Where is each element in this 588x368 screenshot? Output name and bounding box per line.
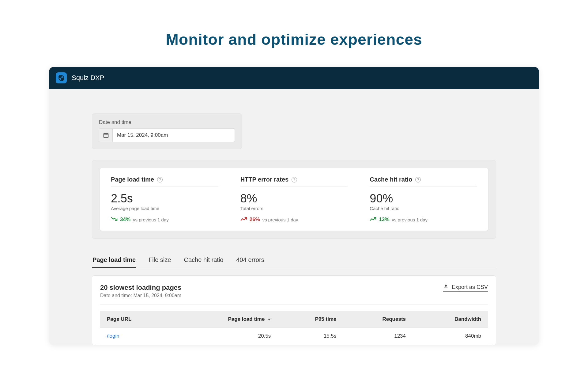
export-csv-button[interactable]: Export as CSV	[443, 284, 488, 292]
upload-icon	[443, 284, 449, 291]
col-requests[interactable]: Requests	[343, 311, 413, 328]
svg-point-1	[61, 78, 64, 80]
app-header: Squiz DXP	[49, 67, 539, 89]
sort-desc-icon	[268, 319, 271, 320]
metric-value: 2.5s	[111, 192, 218, 205]
help-icon[interactable]: ?	[415, 177, 421, 182]
tab-cache-hit-ratio[interactable]: Cache hit ratio	[183, 252, 224, 268]
metric-subtitle: Cache hit ratio	[370, 206, 477, 211]
tab-file-size[interactable]: File size	[148, 252, 172, 268]
metric-title: HTTP error rates	[240, 176, 288, 183]
tab-404-errors[interactable]: 404 errors	[236, 252, 265, 268]
metric-compare: vs previous 1 day	[262, 217, 298, 222]
metric-cache-hit-ratio: Cache hit ratio ? 90% Cache hit ratio 13…	[359, 176, 488, 223]
hero-title: Monitor and optimize experiences	[0, 0, 588, 67]
cell-p95: 15.5s	[277, 328, 343, 345]
metrics-row: Page load time ? 2.5s Average page load …	[100, 168, 488, 231]
col-page-load-time[interactable]: Page load time	[172, 311, 278, 328]
metric-http-error-rates: HTTP error rates ? 8% Total errors 26%	[229, 176, 359, 223]
table-subtitle: Date and time: Mar 15, 2024, 9:00am	[100, 293, 181, 298]
metric-compare: vs previous 1 day	[392, 217, 428, 222]
help-icon[interactable]: ?	[292, 177, 297, 182]
metric-page-load-time: Page load time ? 2.5s Average page load …	[100, 176, 229, 223]
table-title: 20 slowest loading pages	[100, 284, 181, 292]
help-icon[interactable]: ?	[157, 177, 163, 182]
app-window: Squiz DXP Date and time Mar 15, 2024, 9:…	[49, 67, 539, 345]
metric-value: 8%	[240, 192, 348, 205]
metric-delta: 26%	[250, 217, 260, 223]
datetime-label: Date and time	[99, 119, 235, 125]
svg-rect-6	[444, 288, 448, 288]
cell-load-time: 20.5s	[172, 328, 278, 345]
app-logo-icon	[56, 72, 67, 83]
table-row: /login 20.5s 15.5s 1234 840mb	[100, 328, 488, 345]
col-p95-time[interactable]: P95 time	[277, 311, 343, 328]
tabs: Page load time File size Cache hit ratio…	[92, 252, 496, 268]
export-csv-label: Export as CSV	[452, 284, 488, 290]
metric-title: Page load time	[111, 176, 154, 183]
page-url-link[interactable]: /login	[107, 333, 119, 339]
col-page-url[interactable]: Page URL	[100, 311, 172, 328]
metric-value: 90%	[370, 192, 477, 205]
trend-up-icon	[240, 217, 247, 222]
datetime-card: Date and time Mar 15, 2024, 9:00am	[92, 113, 242, 149]
trend-down-icon	[111, 217, 118, 222]
calendar-icon	[99, 129, 113, 142]
metric-delta: 13%	[379, 217, 389, 223]
datetime-input[interactable]: Mar 15, 2024, 9:00am	[99, 128, 235, 142]
app-body: Date and time Mar 15, 2024, 9:00am	[49, 89, 539, 345]
metric-delta: 34%	[120, 217, 130, 223]
cell-bandwidth: 840mb	[413, 328, 488, 345]
slowest-pages-table: Page URL Page load time P95 time Request…	[100, 311, 488, 345]
datetime-value: Mar 15, 2024, 9:00am	[113, 132, 172, 138]
metrics-panel: Page load time ? 2.5s Average page load …	[92, 160, 496, 239]
cell-requests: 1234	[343, 328, 413, 345]
metric-subtitle: Average page load time	[111, 206, 218, 211]
svg-point-0	[59, 75, 61, 78]
app-name: Squiz DXP	[72, 74, 104, 82]
metric-compare: vs previous 1 day	[133, 217, 169, 222]
tab-page-load-time[interactable]: Page load time	[92, 252, 136, 268]
metric-title: Cache hit ratio	[370, 176, 412, 183]
table-card: 20 slowest loading pages Date and time: …	[92, 275, 496, 345]
metric-subtitle: Total errors	[240, 206, 348, 211]
trend-up-icon	[370, 217, 376, 222]
svg-rect-2	[104, 133, 108, 137]
col-bandwidth[interactable]: Bandwidth	[413, 311, 488, 328]
